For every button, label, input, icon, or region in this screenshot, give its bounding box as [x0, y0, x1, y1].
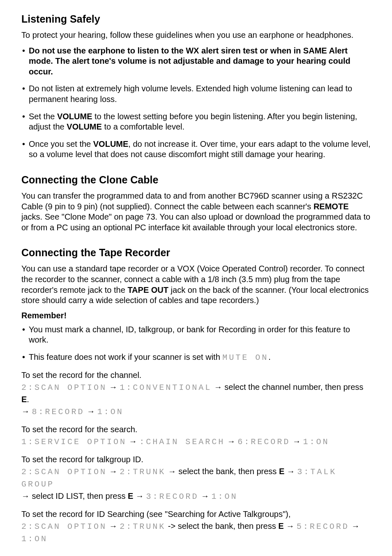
list-item: Once you set the VOLUME, do not increase… — [21, 139, 371, 160]
lcd-text-mute-on: MUTE ON — [222, 353, 268, 362]
paragraph-text: jacks. See "Clone Mode" on page 73. You … — [21, 212, 370, 232]
step-label: To set the record for ID Searching (see … — [21, 510, 291, 519]
arrow-icon: → — [21, 407, 30, 416]
volume-label: VOLUME — [57, 112, 92, 121]
tape-paragraph: You can use a standard tape recorder or … — [21, 264, 371, 306]
list-item: Do not use the earphone to listen to the… — [21, 46, 371, 77]
arrow-icon: → — [129, 437, 137, 446]
heading-clone-cable: Connecting the Clone Cable — [21, 174, 371, 186]
lcd-text: 6:RECORD — [238, 437, 290, 447]
clone-paragraph: You can transfer the programmed data to … — [21, 191, 371, 233]
remote-label: REMOTE — [314, 202, 349, 211]
key-e: E — [278, 521, 284, 531]
list-text: Do not listen at extremely high volume l… — [29, 84, 352, 104]
record-talkgroup-block: To set the record for talkgroup ID. 2:SC… — [21, 454, 371, 503]
heading-tape-recorder: Connecting the Tape Recorder — [21, 247, 371, 259]
record-search-block: To set the record for the search. 1:SERV… — [21, 424, 371, 448]
guidelines-list: Do not use the earphone to listen to the… — [21, 46, 371, 160]
arrow-icon: → — [136, 491, 144, 500]
paragraph-text: You can transfer the programmed data to … — [21, 191, 363, 211]
arrow-icon: → — [286, 521, 294, 531]
lcd-text: 2:SCAN OPTION — [21, 467, 107, 477]
intro-paragraph: To protect your hearing, follow these gu… — [21, 30, 371, 41]
lcd-text: 2:SCAN OPTION — [21, 383, 107, 392]
tapeout-label: TAPE OUT — [127, 285, 168, 294]
list-text: Once you set the — [29, 139, 93, 148]
key-e: E — [21, 395, 27, 404]
step-text: -> select the bank, then press — [168, 521, 279, 531]
list-text: Set the — [29, 112, 57, 121]
document-page: Listening Safely To protect your hearing… — [0, 0, 392, 556]
lcd-text: :CHAIN SEARCH — [139, 437, 225, 447]
lcd-text: 1:ON — [303, 437, 329, 447]
lcd-text: 2:SCAN OPTION — [21, 522, 107, 531]
list-text: to a comfortable level. — [102, 122, 184, 131]
remember-heading: Remember! — [21, 311, 371, 320]
list-item: Set the VOLUME to the lowest setting bef… — [21, 111, 371, 132]
arrow-icon: → — [214, 382, 222, 392]
list-item: Do not listen at extremely high volume l… — [21, 83, 371, 104]
arrow-icon: → — [351, 521, 360, 531]
list-text: You must mark a channel, ID, talkgroup, … — [29, 325, 350, 345]
step-text: select the channel number, then press — [224, 382, 363, 392]
list-text: Do not use the earphone to listen to the… — [29, 46, 350, 76]
lcd-text: 1:ON — [97, 407, 124, 417]
heading-listening-safely: Listening Safely — [21, 13, 371, 25]
arrow-icon: → — [227, 437, 235, 446]
lcd-text: 1:CONVENTIONAL — [120, 383, 212, 392]
list-item: You must mark a channel, ID, talkgroup, … — [21, 324, 371, 345]
lcd-text: 8:RECORD — [32, 407, 85, 417]
step-text: . — [27, 395, 29, 404]
step-label: To set the record for the channel. — [21, 371, 141, 380]
key-e: E — [128, 491, 133, 500]
volume-label: VOLUME — [67, 122, 102, 131]
arrow-icon: → — [168, 467, 176, 476]
list-item: This feature does not work if your scann… — [21, 352, 371, 363]
lcd-text: 1:ON — [212, 492, 238, 501]
lcd-text: 1:SERVICE OPTION — [21, 437, 127, 447]
lcd-text: 2:TRUNK — [120, 522, 166, 531]
volume-label: VOLUME — [93, 139, 129, 148]
record-channel-block: To set the record for the channel. 2:SCA… — [21, 369, 371, 418]
arrow-icon: → — [21, 491, 30, 500]
lcd-text: 1:ON — [21, 534, 48, 544]
remember-list: You must mark a channel, ID, talkgroup, … — [21, 324, 371, 363]
record-idsearching-block: To set the record for ID Searching (see … — [21, 508, 371, 545]
arrow-icon: → — [293, 437, 301, 446]
arrow-icon: → — [201, 491, 209, 500]
step-text: select ID LIST, then press — [32, 491, 128, 500]
step-label: To set the record for talkgroup ID. — [21, 455, 143, 464]
arrow-icon: → — [109, 382, 118, 392]
step-label: To set the record for the search. — [21, 425, 137, 434]
arrow-icon: → — [287, 467, 295, 476]
lcd-text: 5:RECORD — [297, 522, 349, 531]
lcd-text: 2:TRUNK — [120, 467, 166, 477]
step-text: select the bank, then press — [178, 467, 279, 476]
lcd-text: 3:RECORD — [146, 492, 198, 501]
arrow-icon: → — [109, 521, 118, 531]
list-text: This feature does not work if your scann… — [29, 352, 222, 361]
key-e: E — [279, 467, 284, 476]
arrow-icon: → — [109, 467, 118, 476]
arrow-icon: → — [87, 407, 95, 416]
list-text: . — [268, 352, 271, 361]
